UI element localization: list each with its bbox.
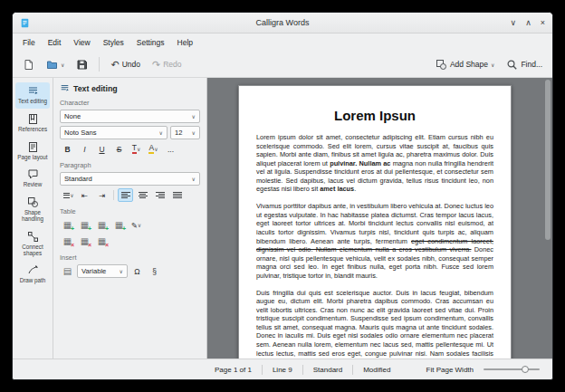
redo-button[interactable]: ↷ Redo [148,58,186,72]
text-editing-icon [60,83,70,93]
insert-variable-select[interactable]: Variable ∨ [77,264,128,278]
italic-button[interactable]: I [77,142,92,156]
text-editing-icon [27,85,39,97]
align-center-button[interactable] [135,188,150,202]
redo-icon: ↷ [152,60,160,70]
strikethrough-button[interactable]: S [111,142,127,156]
new-document-button[interactable] [19,57,38,72]
sidebar-tab-label: References [18,127,47,133]
font-family-value: Noto Sans [64,129,96,137]
align-center-icon [139,192,148,199]
insert-special-character-button[interactable]: Ω [129,264,145,278]
insert-row-above-button[interactable]: ▦+ [60,218,75,232]
save-button[interactable] [72,57,91,72]
docker-title: Text editing [60,83,200,93]
sidebar-tab-label: Draw path [20,278,46,284]
page-layout-icon [27,141,39,153]
more-character-options-button[interactable]: ... [163,142,178,156]
text-editing-docker: Text editing Character None ∨ Noto Sans … [53,78,207,359]
document-page[interactable]: Lorem Ipsun Lorem ipsum dolor sit amet, … [238,85,512,359]
document-paragraph[interactable]: Vivamus porttitor dapibus ante, in vesti… [256,202,493,280]
style-indicator[interactable]: Standard [303,366,352,374]
insert-text-frame-button[interactable]: ▤ [60,264,75,278]
zoom-mode-select[interactable]: Fit Page Width [417,366,484,374]
app-window: Calligra Words ∨ ∧ × File Edit View Styl… [12,12,553,380]
scrollbar-thumb[interactable] [545,80,551,240]
decrease-indent-button[interactable]: ⇤ [77,188,92,202]
menu-edit[interactable]: Edit [42,36,68,49]
align-left-button[interactable] [118,188,133,202]
menu-styles[interactable]: Styles [97,36,130,49]
font-size-select[interactable]: 12 ∨ [170,126,200,139]
open-document-button[interactable]: ∨ [43,57,68,72]
add-shape-icon [436,59,447,71]
tool-tabstrip: Text editing References Page layout Revi… [13,78,53,359]
bold-button[interactable]: B [60,142,75,156]
insert-column-right-button[interactable]: ▦+ [111,218,127,232]
plus-icon: + [88,225,91,232]
table-border-pen-button[interactable]: ✎∨ [129,218,144,232]
chevron-down-icon: ∨ [138,222,141,228]
delete-table-button[interactable]: ▦× [94,234,110,248]
zoom-slider-thumb[interactable] [522,366,529,373]
increase-indent-button[interactable]: ⇥ [94,188,110,202]
undo-icon: ↶ [110,60,119,70]
menu-view[interactable]: View [67,36,96,49]
document-paragraph[interactable]: Duis fringilla dui quis est scelerisque … [256,289,493,359]
align-right-button[interactable] [152,188,168,202]
document-heading[interactable]: Lorem Ipsun [256,108,493,123]
sidebar-tab-references[interactable]: References [15,110,50,137]
document-paragraph[interactable]: Lorem ipsum dolor sit amet, consectetur … [256,133,493,194]
page-indicator[interactable]: Page 1 of 1 [205,366,262,374]
paragraph-style-select[interactable]: Standard ∨ [60,172,200,186]
paragraph-style-value: Standard [64,175,92,183]
sidebar-tab-page-layout[interactable]: Page layout [15,139,50,165]
chevron-down-icon: ∨ [154,146,158,152]
text-color-button[interactable]: T∨ [129,142,144,156]
delete-row-button[interactable]: ▦× [60,234,75,248]
sidebar-tab-shape-handling[interactable]: Shape handling [15,194,50,226]
document-canvas[interactable]: Lorem Ipsun Lorem ipsum dolor sit amet, … [207,78,552,359]
add-shape-button[interactable]: Add Shape ∨ [432,57,498,72]
sidebar-tab-connect-shapes[interactable]: Connect shapes [15,228,50,261]
align-right-icon [156,192,165,199]
undo-button[interactable]: ↶ Undo [107,58,144,72]
sidebar-tab-text-editing[interactable]: Text editing [15,82,50,109]
insert-column-left-button[interactable]: ▦+ [94,218,110,232]
open-dropdown-icon[interactable]: ∨ [61,62,64,68]
search-icon [506,59,518,71]
app-icon [20,18,30,28]
open-folder-icon [46,59,58,71]
connect-shapes-icon [27,231,39,243]
toolbar: ∨ ↶ Undo ↷ Redo Add Shape ∨ Find... [13,52,552,78]
close-icon[interactable]: × [541,18,545,27]
minimize-icon[interactable]: ∨ [511,18,517,27]
maximize-icon[interactable]: ∧ [525,18,531,27]
font-family-select[interactable]: Noto Sans ∨ [60,126,168,139]
zoom-slider-track [484,368,540,370]
chevron-down-icon: ∨ [189,176,196,182]
character-style-select[interactable]: None ∨ [60,110,200,123]
character-section-label: Character [60,99,200,107]
menu-help[interactable]: Help [171,36,199,49]
align-justify-button[interactable] [169,188,185,202]
sidebar-tab-review[interactable]: Review [15,166,50,192]
highlight-color-button[interactable]: A∨ [146,142,161,156]
delete-column-button[interactable]: ▦× [77,234,92,248]
plus-icon: + [122,225,126,232]
insert-section-button[interactable]: § [147,264,162,278]
insert-row-below-button[interactable]: ▦+ [77,218,92,232]
find-button[interactable]: Find... [503,57,546,72]
vertical-scrollbar[interactable] [545,80,551,357]
chevron-down-icon: ∨ [189,129,196,136]
draw-path-icon [27,264,39,276]
zoom-slider[interactable] [484,364,540,375]
paragraph-section-label: Paragraph [60,161,200,169]
menu-file[interactable]: File [16,36,42,49]
underline-button[interactable]: U [94,142,110,156]
font-size-value: 12 [175,129,182,137]
document-body[interactable]: Lorem ipsum dolor sit amet, consectetur … [256,133,493,359]
list-style-button[interactable]: ∨ [60,188,75,202]
sidebar-tab-draw-path[interactable]: Draw path [15,262,50,288]
menu-settings[interactable]: Settings [130,36,171,49]
